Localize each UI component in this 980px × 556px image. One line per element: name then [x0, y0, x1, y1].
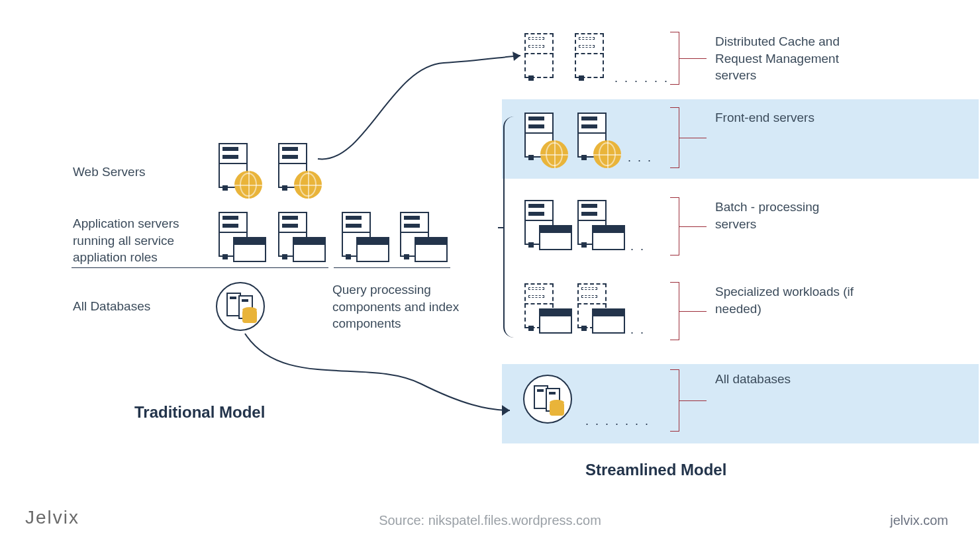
ellipsis-dots: ....... [585, 414, 655, 428]
underline-group-1 [72, 267, 328, 268]
arrow-top [311, 53, 530, 172]
frontend-server-icon [577, 113, 612, 164]
bracket-frontend [670, 107, 679, 168]
batch-server-icon [524, 200, 559, 252]
bracket-databases [670, 369, 679, 432]
label-all-databases-left: All Databases [73, 298, 150, 315]
app-server-icon [400, 212, 434, 263]
ellipsis-dots: ...... [614, 71, 674, 85]
web-server-icon [278, 143, 313, 195]
site-url: jelvix.com [890, 513, 948, 528]
svg-marker-0 [513, 52, 520, 61]
app-server-icon [278, 212, 313, 263]
database-icon [216, 282, 265, 331]
label-app-servers: Application servers running all service … [73, 215, 205, 266]
label-databases-right: All databases [715, 371, 791, 388]
label-specialized: Specialized workloads (if needed) [715, 283, 874, 317]
label-query-components: Query processing components and index co… [332, 281, 465, 332]
underline-group-2 [334, 267, 450, 268]
svg-marker-1 [502, 405, 510, 416]
ellipsis-dots: .. [630, 323, 650, 337]
source-attribution: Source: nikspatel.files.wordpress.com [379, 513, 601, 528]
specialized-server-icon [524, 283, 559, 335]
app-server-icon [342, 212, 376, 263]
batch-server-icon [577, 200, 612, 252]
database-icon [523, 375, 572, 424]
title-streamlined: Streamlined Model [585, 459, 726, 481]
ellipsis-dots: ... [628, 151, 658, 165]
logo-jelvix: Jelvix [25, 507, 79, 528]
ellipsis-dots: .. [630, 240, 650, 254]
label-batch: Batch - processing servers [715, 199, 861, 232]
label-frontend: Front-end servers [715, 109, 814, 126]
app-server-icon [219, 212, 253, 263]
bracket-cache [670, 32, 679, 85]
arrow-bottom [242, 331, 520, 430]
cache-server-icon [575, 33, 609, 85]
specialized-server-icon [577, 283, 612, 335]
web-server-icon [219, 143, 253, 195]
bracket-batch [670, 197, 679, 255]
bracket-specialized [670, 282, 679, 340]
label-web-servers: Web Servers [73, 163, 145, 181]
label-cache: Distributed Cache and Request Management… [715, 33, 881, 84]
